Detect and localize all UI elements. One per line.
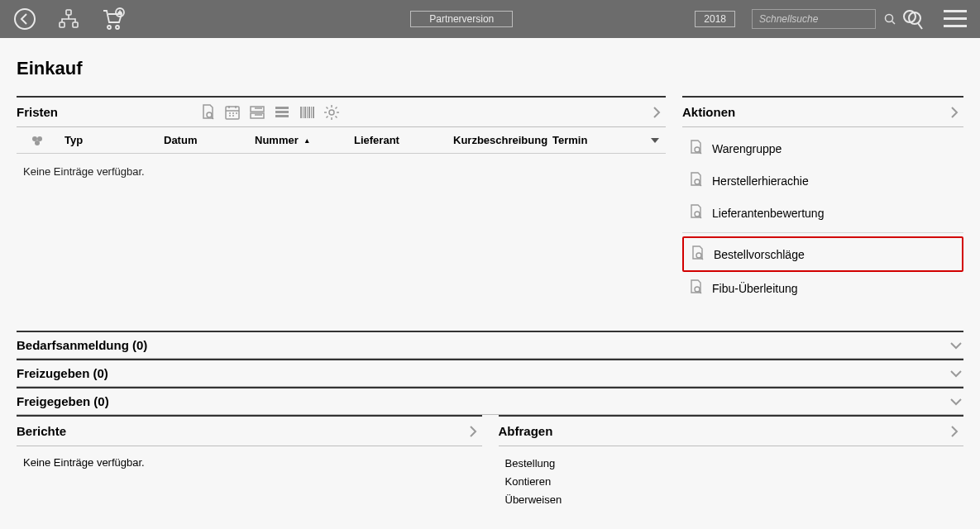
svg-point-34: [696, 253, 701, 258]
svg-point-31: [695, 147, 700, 152]
aktionen-item[interactable]: Bestellvorschläge: [682, 236, 963, 272]
svg-rect-19: [275, 115, 289, 117]
column-typ[interactable]: Typ: [58, 134, 157, 146]
cart-plus-icon[interactable]: [101, 7, 126, 31]
berichte-panel-header: Berichte: [17, 417, 482, 446]
svg-rect-1: [66, 10, 71, 15]
divider: [682, 232, 963, 233]
fristen-table-body: Keine Einträge verfügbar.: [17, 154, 666, 244]
big-search-icon[interactable]: [901, 7, 924, 31]
fristen-toolbar: [198, 103, 341, 122]
aktionen-panel: Aktionen WarengruppeHerstellerhierachieL…: [682, 96, 963, 309]
year-button[interactable]: 2018: [695, 11, 735, 27]
aktionen-item[interactable]: Herstellerhierachie: [682, 164, 963, 197]
svg-rect-20: [300, 107, 302, 118]
doc-search-icon[interactable]: [198, 103, 217, 122]
svg-rect-12: [944, 25, 967, 27]
aktionen-item[interactable]: Lieferantenbewertung: [682, 197, 963, 229]
top-right-icons: [901, 7, 967, 31]
list-view-icon[interactable]: [273, 103, 291, 122]
svg-point-0: [15, 9, 35, 29]
chevron-right-icon[interactable]: [947, 105, 962, 120]
doc-search-icon: [687, 279, 704, 298]
column-filter-icon[interactable]: [17, 134, 58, 147]
doc-search-icon: [687, 171, 704, 190]
fristen-panel: Fristen: [17, 96, 666, 244]
abfragen-item[interactable]: Bestellung: [505, 455, 958, 473]
column-termin[interactable]: Termin: [546, 134, 604, 146]
fristen-empty-text: Keine Einträge verfügbar.: [23, 165, 145, 178]
abfragen-item[interactable]: Überweisen: [505, 491, 958, 509]
svg-rect-25: [311, 107, 312, 118]
fristen-title: Fristen: [17, 105, 58, 119]
column-datum[interactable]: Datum: [157, 134, 248, 146]
chevron-right-icon[interactable]: [947, 424, 962, 439]
aktionen-item-label: Herstellerhierachie: [712, 174, 809, 188]
chevron-down-icon[interactable]: [949, 394, 963, 409]
calendar-icon[interactable]: [223, 103, 241, 122]
berichte-empty-text: Keine Einträge verfügbar.: [23, 456, 145, 469]
column-kurzbeschreibung[interactable]: Kurzbeschreibung: [447, 134, 546, 146]
back-icon[interactable]: [13, 7, 36, 31]
fristen-panel-header: Fristen: [17, 98, 666, 127]
barcode-icon[interactable]: [298, 103, 316, 122]
chevron-right-icon[interactable]: [649, 105, 664, 120]
svg-point-30: [35, 141, 40, 145]
column-nummer[interactable]: Nummer: [248, 134, 347, 146]
aktionen-item[interactable]: Fibu-Überleitung: [682, 272, 963, 304]
svg-rect-24: [308, 107, 310, 118]
page-title: Einkauf: [17, 58, 963, 79]
section-bedarfsanmeldung-title: Bedarfsanmeldung (0): [17, 338, 147, 352]
svg-rect-23: [307, 107, 308, 118]
section-bedarfsanmeldung[interactable]: Bedarfsanmeldung (0): [17, 331, 963, 359]
aktionen-list: WarengruppeHerstellerhierachieLieferante…: [682, 127, 963, 309]
svg-point-13: [207, 112, 212, 117]
aktionen-item[interactable]: Warengruppe: [682, 132, 963, 164]
quick-search-input[interactable]: [759, 13, 884, 25]
doc-search-icon: [687, 139, 704, 158]
quick-search[interactable]: [752, 9, 876, 29]
svg-rect-15: [251, 107, 264, 112]
aktionen-title: Aktionen: [682, 105, 735, 119]
card-view-icon[interactable]: [248, 103, 266, 122]
section-freigegeben[interactable]: Freigegeben (0): [17, 387, 963, 415]
page-title-area: Einkauf: [0, 38, 980, 96]
top-bar: Partnerversion 2018: [0, 0, 980, 38]
berichte-title: Berichte: [17, 424, 66, 438]
svg-point-7: [886, 15, 893, 22]
chevron-down-icon[interactable]: [949, 366, 963, 381]
svg-point-33: [695, 212, 700, 217]
abfragen-title: Abfragen: [499, 424, 553, 438]
top-left-icons: [13, 7, 126, 31]
column-lieferant[interactable]: Lieferant: [347, 134, 447, 146]
svg-rect-11: [944, 17, 967, 20]
fristen-table-header: Typ Datum Nummer Lieferant Kurzbeschreib…: [17, 127, 666, 154]
search-icon[interactable]: [884, 13, 896, 25]
doc-search-icon: [689, 245, 705, 264]
aktionen-item-label: Fibu-Überleitung: [712, 282, 798, 295]
aktionen-panel-header: Aktionen: [682, 98, 963, 127]
version-button[interactable]: Partnerversion: [410, 11, 513, 27]
svg-rect-3: [73, 22, 78, 27]
column-menu-icon[interactable]: [644, 136, 666, 145]
aktionen-item-label: Warengruppe: [712, 142, 782, 155]
svg-point-5: [116, 26, 119, 29]
chevron-down-icon[interactable]: [949, 338, 963, 353]
doc-search-icon: [687, 203, 704, 222]
svg-rect-21: [303, 107, 304, 118]
svg-rect-17: [275, 107, 289, 109]
abfragen-item[interactable]: Kontieren: [505, 473, 958, 491]
chevron-right-icon[interactable]: [466, 424, 480, 439]
section-freizugeben-title: Freizugeben (0): [17, 366, 108, 380]
svg-rect-26: [313, 107, 314, 118]
svg-rect-10: [944, 10, 967, 12]
svg-rect-18: [275, 111, 289, 113]
svg-rect-22: [304, 107, 306, 118]
berichte-body: Keine Einträge verfügbar.: [17, 446, 482, 479]
gear-icon[interactable]: [323, 103, 341, 122]
abfragen-panel: Abfragen BestellungKontierenÜberweisen: [499, 415, 964, 517]
svg-point-28: [32, 136, 37, 141]
org-icon[interactable]: [58, 8, 79, 30]
section-freizugeben[interactable]: Freizugeben (0): [17, 359, 963, 387]
menu-icon[interactable]: [944, 10, 967, 28]
